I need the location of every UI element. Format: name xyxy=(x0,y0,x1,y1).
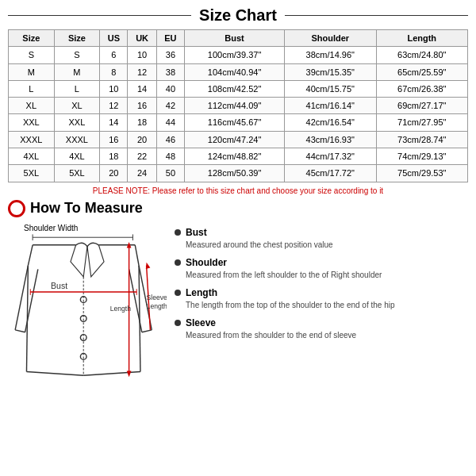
table-cell: 44 xyxy=(156,114,184,131)
measure-item-title: Shoulder xyxy=(186,257,382,268)
title-line-right xyxy=(285,15,468,16)
table-header-cell: Bust xyxy=(185,30,285,47)
table-row: 4XL4XL182248124cm/48.82"44cm/17.32"74cm/… xyxy=(9,148,468,165)
table-cell: 38 xyxy=(156,63,184,80)
table-cell: 46 xyxy=(156,131,184,148)
size-table: SizeSizeUSUKEUBustShoulderLength SS61036… xyxy=(8,29,468,182)
table-cell: 12 xyxy=(128,63,156,80)
measure-item-title: Bust xyxy=(186,227,333,238)
table-cell: 20 xyxy=(100,165,128,182)
table-cell: 120cm/47.24" xyxy=(185,131,285,148)
page-title: Size Chart xyxy=(199,6,277,25)
measure-item: ShoulderMeasured from the left shoulder … xyxy=(175,257,468,281)
table-cell: 73cm/28.74" xyxy=(376,131,467,148)
table-body: SS61036100cm/39.37"38cm/14.96"63cm/24.80… xyxy=(9,47,468,182)
table-cell: 67cm/26.38" xyxy=(376,80,467,97)
table-cell: XXL xyxy=(9,114,55,131)
table-header-row: SizeSizeUSUKEUBustShoulderLength xyxy=(9,30,468,47)
table-cell: XL xyxy=(54,98,100,114)
table-cell: XL xyxy=(9,98,55,114)
table-cell: M xyxy=(54,63,100,80)
table-cell: 14 xyxy=(128,80,156,97)
measure-item-desc: Measured from the shoulder to the end of… xyxy=(186,330,356,341)
table-cell: 14 xyxy=(100,114,128,131)
svg-line-12 xyxy=(15,330,25,332)
table-header-cell: Size xyxy=(9,30,55,47)
table-cell: 12 xyxy=(100,98,128,114)
table-cell: 108cm/42.52" xyxy=(185,80,285,97)
measure-item-desc: The length from the top of the shoulder … xyxy=(186,300,395,311)
table-cell: 5XL xyxy=(54,165,100,182)
shoulder-width-label: Shoulder Width xyxy=(24,224,78,232)
table-row: XXXLXXXL162046120cm/47.24"43cm/16.93"73c… xyxy=(9,131,468,148)
measure-item: SleeveMeasured from the shoulder to the … xyxy=(175,317,468,341)
table-cell: 100cm/39.37" xyxy=(185,47,285,63)
how-to-measure-title: How To Measure xyxy=(30,200,143,217)
table-header-cell: UK xyxy=(128,30,156,47)
svg-marker-27 xyxy=(127,370,132,377)
table-row: LL101440108cm/42.52"40cm/15.75"67cm/26.3… xyxy=(9,80,468,97)
table-cell: 36 xyxy=(156,47,184,63)
svg-line-15 xyxy=(142,330,152,332)
svg-line-11 xyxy=(15,265,28,329)
table-cell: 42 xyxy=(156,98,184,114)
table-cell: S xyxy=(54,47,100,63)
measure-item-content: SleeveMeasured from the shoulder to the … xyxy=(186,317,356,341)
table-cell: XXXL xyxy=(9,131,55,148)
table-cell: 20 xyxy=(128,131,156,148)
table-cell: 40 xyxy=(156,80,184,97)
table-cell: 4XL xyxy=(54,148,100,165)
measure-descriptions: BustMeasured around the chest position v… xyxy=(175,224,468,401)
jacket-svg: Bust Sleeve Length Length xyxy=(8,224,167,398)
table-cell: 18 xyxy=(100,148,128,165)
table-row: MM81238104cm/40.94"39cm/15.35"65cm/25.59… xyxy=(9,63,468,80)
table-cell: 16 xyxy=(128,98,156,114)
circle-icon xyxy=(8,200,25,217)
table-cell: 43cm/16.93" xyxy=(285,131,376,148)
svg-line-16 xyxy=(129,269,142,332)
table-row: SS61036100cm/39.37"38cm/14.96"63cm/24.80… xyxy=(9,47,468,63)
table-cell: 124cm/48.82" xyxy=(185,148,285,165)
table-cell: M xyxy=(9,63,55,80)
table-cell: 10 xyxy=(128,47,156,63)
table-cell: 71cm/27.95" xyxy=(376,114,467,131)
page-container: Size Chart SizeSizeUSUKEUBustShoulderLen… xyxy=(0,0,476,476)
table-cell: 38cm/14.96" xyxy=(285,47,376,63)
measure-item-desc: Measured from the left shoulder to the o… xyxy=(186,270,382,281)
table-cell: 74cm/29.13" xyxy=(376,148,467,165)
bullet-icon xyxy=(175,259,181,266)
table-cell: 75cm/29.53" xyxy=(376,165,467,182)
table-cell: 116cm/45.67" xyxy=(185,114,285,131)
svg-line-5 xyxy=(28,244,33,265)
table-cell: 69cm/27.17" xyxy=(376,98,467,114)
table-cell: 48 xyxy=(156,148,184,165)
table-cell: 45cm/17.72" xyxy=(285,165,376,182)
table-cell: 41cm/16.14" xyxy=(285,98,376,114)
measure-item: LengthThe length from the top of the sho… xyxy=(175,287,468,311)
table-cell: 42cm/16.54" xyxy=(285,114,376,131)
table-row: 5XL5XL202450128cm/50.39"45cm/17.72"75cm/… xyxy=(9,165,468,182)
table-header-cell: EU xyxy=(156,30,184,47)
measure-item-title: Sleeve xyxy=(186,317,356,328)
table-cell: 5XL xyxy=(9,165,55,182)
table-cell: S xyxy=(9,47,55,63)
svg-line-10 xyxy=(83,371,140,375)
svg-line-13 xyxy=(25,269,38,332)
table-cell: 8 xyxy=(100,63,128,80)
svg-line-8 xyxy=(135,244,139,265)
how-to-measure-title-row: How To Measure xyxy=(8,200,468,217)
table-cell: XXXL xyxy=(54,131,100,148)
jacket-diagram: Shoulder Width xyxy=(8,224,167,401)
title-row: Size Chart xyxy=(8,6,468,25)
title-line-left xyxy=(8,15,191,16)
table-cell: 10 xyxy=(100,80,128,97)
measure-item-content: ShoulderMeasured from the left shoulder … xyxy=(186,257,382,281)
table-row: XLXL121642112cm/44.09"41cm/16.14"69cm/27… xyxy=(9,98,468,114)
note-text: PLEASE NOTE: Please refer to this size c… xyxy=(8,186,468,195)
table-cell: 6 xyxy=(100,47,128,63)
svg-marker-29 xyxy=(144,262,151,269)
table-cell: XXL xyxy=(54,114,100,131)
svg-text:Length: Length xyxy=(110,305,132,313)
table-cell: 40cm/15.75" xyxy=(285,80,376,97)
table-cell: L xyxy=(54,80,100,97)
